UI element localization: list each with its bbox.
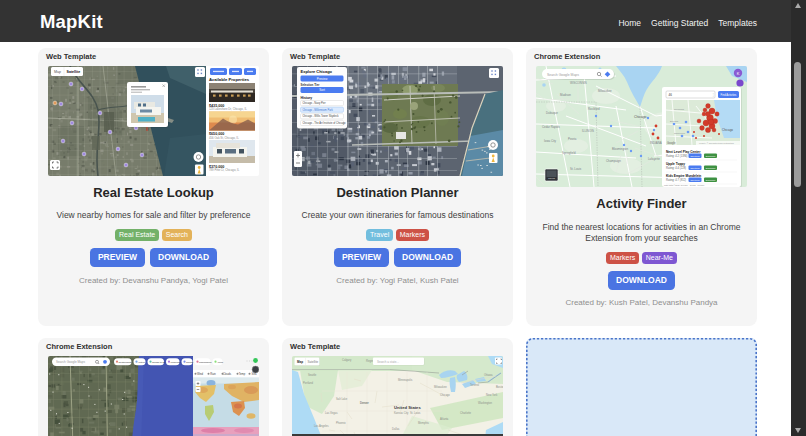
svg-text:Kansas City: Kansas City: [394, 411, 409, 415]
svg-text:Chicago - Millennium Park: Chicago - Millennium Park: [303, 107, 334, 111]
svg-text:Minneapolis: Minneapolis: [398, 378, 413, 382]
svg-text:123 Lakeshore Dr, Chicago, IL: 123 Lakeshore Dr, Chicago, IL: [209, 106, 247, 110]
svg-text:Champaign: Champaign: [606, 159, 621, 163]
svg-text:WISCONSIN: WISCONSIN: [570, 81, 587, 85]
svg-text:Ottawa: Ottawa: [484, 373, 493, 377]
svg-text:Peoria: Peoria: [568, 137, 577, 141]
svg-text:ILLINOIS: ILLINOIS: [582, 129, 594, 133]
svg-text:Lafayette: Lafayette: [648, 157, 660, 161]
svg-text:Rockford: Rockford: [588, 107, 600, 111]
svg-text:Dubuque: Dubuque: [546, 111, 558, 115]
svg-text:Cedar Rapids: Cedar Rapids: [542, 125, 560, 129]
svg-text:Las Vegas: Las Vegas: [325, 411, 338, 415]
svg-text:Leaflet | © OpenStreetMap cont: Leaflet | © OpenStreetMap contributors: [699, 142, 734, 144]
svg-text:Milwaukee: Milwaukee: [434, 385, 447, 389]
svg-text:Phoenix: Phoenix: [336, 421, 346, 425]
svg-text:Explore Chicago: Explore Chicago: [301, 69, 333, 74]
svg-text:Salt Lake: Salt Lake: [336, 397, 348, 401]
svg-text:Sort: Sort: [319, 88, 325, 92]
svg-text:Rating: 4.4 (228): Rating: 4.4 (228): [666, 166, 686, 170]
svg-text:INDIANA: INDIANA: [650, 141, 662, 145]
svg-text:Temp: Temp: [239, 372, 246, 376]
svg-text:Rating: 4.2 (1394): Rating: 4.2 (1394): [666, 154, 688, 158]
svg-text:456 Oak St, Chicago, IL: 456 Oak St, Chicago, IL: [209, 135, 239, 139]
svg-text:Seattle: Seattle: [308, 373, 317, 377]
svg-text:Chicago - Willis Tower Skydeck: Chicago - Willis Tower Skydeck: [303, 114, 340, 118]
svg-text:789 Pine Ct, Chicago, IL: 789 Pine Ct, Chicago, IL: [209, 167, 240, 171]
svg-text:Rockford: Rockford: [674, 108, 685, 111]
svg-text:Upple Toppy: Upple Toppy: [666, 161, 685, 165]
svg-text:Map: Map: [54, 70, 61, 74]
svg-text:Charlotte: Charlotte: [460, 411, 471, 415]
svg-text:Satellite: Satellite: [308, 360, 319, 364]
svg-text:St. Louis: St. Louis: [410, 411, 421, 415]
svg-text:Los Angeles: Los Angeles: [314, 424, 329, 428]
svg-text:DeKalb: DeKalb: [670, 120, 679, 123]
svg-text:History: History: [301, 95, 313, 99]
svg-text:Google: Google: [667, 141, 676, 145]
svg-text:Boston: Boston: [496, 385, 503, 389]
svg-text:Find Activities: Find Activities: [721, 92, 738, 96]
svg-text:Bloomington: Bloomington: [612, 147, 628, 151]
svg-text:Denver: Denver: [360, 401, 369, 405]
svg-text:Pharmacies: Pharmacies: [199, 360, 212, 363]
svg-text:Restaurants: Restaurants: [118, 360, 132, 363]
svg-text:Wind: Wind: [197, 372, 204, 376]
svg-text:Bookmark: Bookmark: [706, 154, 716, 156]
svg-text:K: K: [737, 70, 740, 75]
svg-text:Transit: Transit: [186, 360, 194, 363]
svg-text:Madison: Madison: [560, 93, 571, 97]
svg-text:Chicago: Chicago: [722, 128, 733, 132]
svg-text:Naperville: Naperville: [674, 132, 686, 135]
svg-text:Preview: Preview: [317, 76, 329, 80]
svg-text:Milwaukee: Milwaukee: [598, 89, 612, 93]
svg-text:Portland: Portland: [303, 381, 314, 385]
svg-text:Satellite: Satellite: [67, 70, 81, 74]
svg-text:Directions: Directions: [690, 154, 699, 156]
svg-text:Directions: Directions: [690, 166, 699, 168]
svg-text:Search Google Maps: Search Google Maps: [56, 360, 86, 364]
svg-text:Chicago - Navy Pier: Chicago - Navy Pier: [303, 101, 326, 105]
svg-text:Clouds: Clouds: [223, 372, 232, 376]
svg-text:Things to do: Things to do: [152, 360, 166, 363]
svg-text:Chicago: Chicago: [440, 393, 450, 397]
svg-text:Selection Tier: Selection Tier: [301, 82, 321, 86]
svg-text:Next Level Play Center: Next Level Play Center: [666, 149, 701, 153]
svg-text:Calgary: Calgary: [342, 358, 352, 362]
svg-text:New York: New York: [486, 393, 498, 397]
svg-text:Dallas: Dallas: [392, 427, 400, 431]
svg-text:Search a state...: Search a state...: [377, 359, 399, 363]
svg-text:Iowa City: Iowa City: [544, 139, 556, 143]
svg-text:Museums: Museums: [170, 360, 181, 363]
svg-text:United States: United States: [394, 405, 421, 410]
svg-text:Search Google Maps: Search Google Maps: [547, 72, 579, 76]
svg-text:Available Properties: Available Properties: [209, 77, 250, 82]
svg-text:Bookmark: Bookmark: [706, 178, 716, 180]
svg-text:Rating: 4.7 (812): Rating: 4.7 (812): [666, 178, 686, 182]
svg-text:Kids Empire Mundelein: Kids Empire Mundelein: [666, 173, 701, 177]
svg-text:Washington: Washington: [478, 401, 493, 405]
svg-text:46: 46: [669, 92, 673, 96]
svg-text:Toronto: Toronto: [470, 383, 479, 387]
svg-text:Atlanta: Atlanta: [440, 417, 449, 421]
svg-text:Hotels: Hotels: [138, 360, 146, 363]
svg-text:Chicago: Chicago: [634, 115, 647, 119]
svg-text:Memphis: Memphis: [418, 421, 430, 425]
svg-text:Layers: Layers: [548, 177, 555, 179]
svg-text:Rain: Rain: [210, 372, 216, 376]
svg-text:Map: Map: [297, 360, 303, 364]
svg-text:⋮: ⋮: [712, 93, 715, 97]
svg-text:ATMs: ATMs: [217, 360, 224, 363]
svg-text:St. Louis: St. Louis: [570, 167, 582, 171]
svg-text:Map data ©2024 Google Terms: Map data ©2024 Google Terms Privacy: [664, 183, 706, 185]
svg-text:Chicago - The Art Institute of: Chicago - The Art Institute of Chicago: [303, 121, 347, 125]
svg-text:Springfield: Springfield: [562, 151, 576, 155]
svg-text:Directions: Directions: [690, 178, 699, 180]
svg-text:Bookmark: Bookmark: [706, 166, 716, 168]
